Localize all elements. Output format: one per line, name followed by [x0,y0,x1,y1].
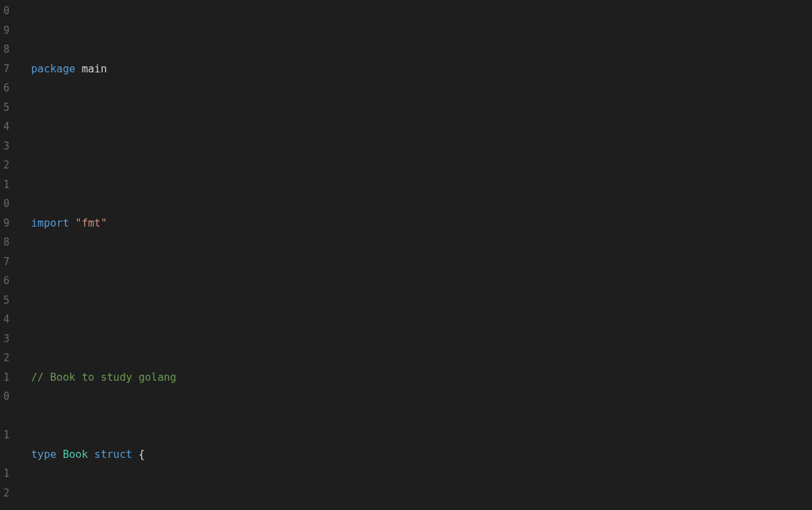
string-literal: "fmt" [75,217,107,229]
line-number: 4 [0,310,12,329]
line-number: 1 [0,368,12,388]
identifier-main: main [82,63,107,75]
line-number: 1 [0,464,12,484]
line-number: 8 [0,40,12,60]
line-number: 4 [0,117,12,137]
line-number: 2 [0,156,12,175]
line-number: 0 [0,387,12,407]
code-line[interactable] [31,137,812,156]
code-line[interactable]: // Book to study golang [31,368,812,388]
line-number: 2 [0,484,12,503]
line-number [0,407,12,426]
code-line[interactable]: type Book struct { [31,445,812,465]
line-number: 8 [0,233,12,252]
comment: // Book to study golang [31,371,177,384]
line-number: 0 [0,194,12,214]
code-editor[interactable]: 0 9 8 7 6 5 4 3 2 1 0 9 8 7 6 5 4 3 2 1 … [0,0,812,510]
code-area[interactable]: package main import "fmt" // Book to stu… [12,0,812,510]
line-number [0,445,12,465]
line-number: 9 [0,21,12,41]
line-number: 2 [0,348,12,368]
line-number: 5 [0,98,12,118]
code-line[interactable]: import "fmt" [31,214,812,233]
keyword-type: type [31,448,56,461]
line-number: 1 [0,175,12,195]
line-number: 1 [0,425,12,445]
keyword-package: package [31,63,75,75]
line-number: 6 [0,271,12,291]
code-line[interactable]: package main [31,60,812,79]
line-number-gutter: 0 9 8 7 6 5 4 3 2 1 0 9 8 7 6 5 4 3 2 1 … [0,0,12,510]
line-number: 9 [0,214,12,233]
line-number: 6 [0,78,12,98]
line-number: 3 [0,329,12,349]
line-number: 7 [0,252,12,272]
line-number: 5 [0,291,12,310]
code-line[interactable] [31,291,812,310]
keyword-import: import [31,217,69,229]
brace: { [139,448,145,461]
keyword-struct: struct [94,448,132,461]
line-number: 0 [0,1,12,21]
line-number: 3 [0,137,12,156]
line-number: 7 [0,60,12,79]
type-name: Book [63,448,88,461]
